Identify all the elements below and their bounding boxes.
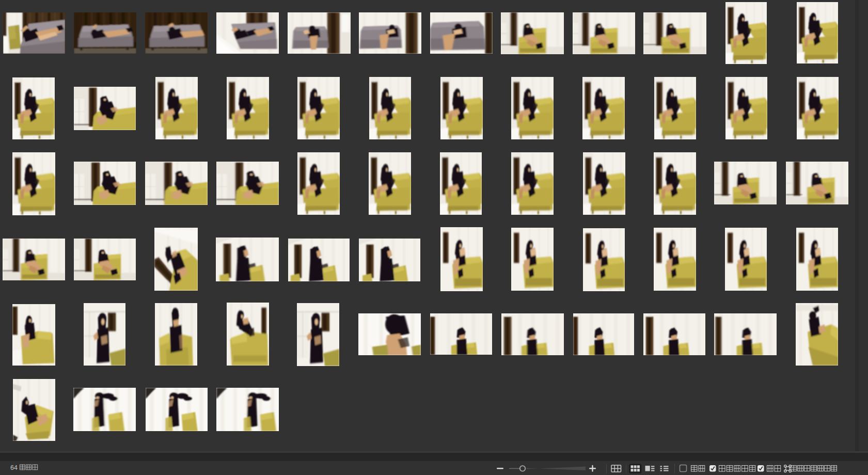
- svg-text:64: 64: [10, 464, 18, 471]
